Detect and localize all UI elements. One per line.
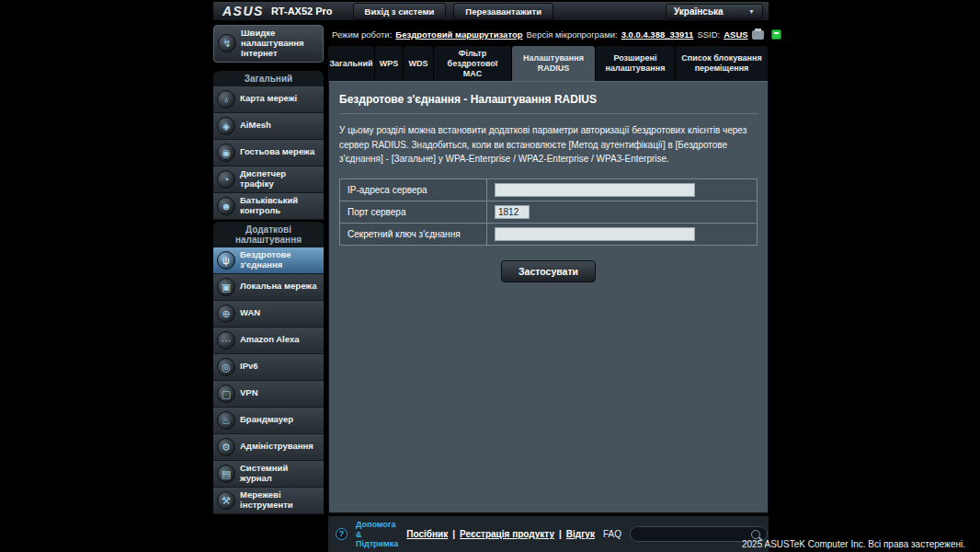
status-info-bar: Режим роботи: Бездротовий маршрутизатор … [328, 25, 769, 46]
server-port-input[interactable] [495, 205, 530, 219]
parental-controls-icon: ☻ [217, 197, 235, 215]
wan-icon: ⊕ [217, 305, 235, 323]
lan-icon: ▣ [217, 278, 235, 296]
sidebar-item-wan[interactable]: ⊕ WAN [213, 301, 324, 328]
tab-wireless-mac-filter[interactable]: Фільтр бездротової MAC [434, 46, 511, 81]
table-row: IP-адреса сервера [340, 179, 757, 201]
status-icons [752, 29, 781, 40]
connection-secret-label: Секретний ключ з'єднання [340, 224, 487, 245]
operation-mode-link[interactable]: Бездротовий маршрутизатор [395, 29, 522, 40]
tab-wds[interactable]: WDS [404, 46, 433, 81]
main-column: Режим роботи: Бездротовий маршрутизатор … [328, 25, 769, 552]
language-select[interactable]: Українська ▼ [666, 4, 763, 19]
faq-label: FAQ [603, 529, 621, 539]
table-row: Секретний ключ з'єднання [340, 224, 757, 245]
sidebar-item-label: Системний журнал [240, 464, 320, 484]
network-map-icon: ♁ [217, 90, 235, 109]
tab-professional-settings[interactable]: Розширені налаштування [596, 46, 675, 81]
server-ip-label: IP-адреса сервера [340, 179, 487, 201]
connection-secret-input[interactable] [495, 227, 695, 241]
chevron-down-icon: ▼ [748, 8, 755, 15]
firewall-icon: ♨ [217, 411, 235, 430]
printer-icon[interactable] [752, 30, 764, 40]
sidebar-item-label: AiMesh [240, 121, 271, 131]
sidebar-item-network-tools[interactable]: ⚒ Мережеві інструменти [213, 488, 324, 514]
faq-search-input[interactable] [634, 530, 751, 539]
sidebar: ↯ Швидке налаштування Інтернет Загальний… [213, 25, 324, 514]
quick-internet-setup-icon: ↯ [218, 34, 236, 52]
sidebar-item-vpn[interactable]: ▢ VPN [213, 381, 324, 408]
sidebar-item-lan[interactable]: ▣ Локальна мережа [213, 274, 324, 301]
apply-button[interactable]: Застосувати [501, 260, 596, 282]
sidebar-item-label: WAN [240, 308, 260, 318]
network-tools-icon: ⚒ [217, 491, 235, 510]
logout-button[interactable]: Вихід з системи [353, 3, 447, 20]
feedback-link[interactable]: Відгук [566, 529, 595, 539]
sidebar-item-guest-network[interactable]: ◉ Гостьова мережа [213, 140, 324, 167]
tab-radius-settings[interactable]: Налаштування RADIUS [512, 46, 595, 81]
sidebar-item-label: Швидке налаштування Інтернет [241, 29, 319, 59]
sidebar-item-system-log[interactable]: ▤ Системний журнал [213, 461, 324, 488]
wireless-icon: ψ [217, 251, 235, 270]
radius-form-table: IP-адреса сервера Порт сервера Секретний… [339, 178, 758, 246]
sidebar-item-label: Диспетчер трафіку [240, 169, 320, 190]
sidebar-item-label: IPv6 [240, 362, 258, 372]
sidebar-item-label: Amazon Alexa [240, 335, 300, 345]
product-registration-link[interactable]: Реєстрація продукту [460, 529, 554, 539]
sidebar-item-label: Карта мережі [240, 94, 297, 104]
aimesh-icon: ◈ [217, 117, 235, 135]
sidebar-item-quick-internet-setup[interactable]: ↯ Швидке налаштування Інтернет [213, 25, 324, 63]
search-icon[interactable] [751, 530, 760, 539]
sidebar-item-administration[interactable]: ⚙ Адміністрування [213, 434, 324, 461]
top-bar: ASUS RT-AX52 Pro Вихід з системи Перезав… [213, 2, 769, 21]
sidebar-item-amazon-alexa[interactable]: ⋯ Amazon Alexa [213, 328, 324, 354]
amazon-alexa-icon: ⋯ [217, 331, 235, 350]
sidebar-section-general: Загальний [213, 71, 324, 86]
reboot-button[interactable]: Перезавантажити [453, 3, 553, 20]
lan-status-icon[interactable] [771, 29, 781, 40]
administration-icon: ⚙ [217, 438, 235, 456]
footer-bar: ? Допомога & Підтримка Посібник | Реєстр… [328, 516, 769, 552]
footer-links: Посібник | Реєстрація продукту | Відгук [406, 529, 595, 539]
help-icon: ? [336, 528, 348, 540]
router-admin-app: ASUS RT-AX52 Pro Вихід з системи Перезав… [213, 2, 769, 552]
sidebar-item-label: Батьківський контроль [240, 196, 320, 216]
link-separator: | [559, 529, 562, 539]
traffic-manager-icon: ◔ [217, 170, 235, 189]
help-support-link[interactable]: Допомога & Підтримка [356, 520, 398, 548]
link-separator: | [452, 529, 455, 539]
page-description: У цьому розділі можна встановити додатко… [339, 123, 758, 167]
manual-link[interactable]: Посібник [406, 529, 448, 539]
firmware-version-link[interactable]: 3.0.0.4.388_33911 [621, 29, 694, 40]
sidebar-item-label: VPN [240, 388, 258, 398]
router-model: RT-AX52 Pro [271, 6, 333, 17]
sidebar-item-parental-controls[interactable]: ☻ Батьківський контроль [213, 193, 324, 220]
sidebar-item-label: Локальна мережа [240, 282, 316, 292]
sidebar-item-label: Брандмауер [240, 415, 293, 425]
page-title: Бездротове з'єднання - Налаштування RADI… [339, 91, 758, 114]
language-select-value: Українська [674, 6, 724, 17]
radius-settings-panel: Бездротове з'єднання - Налаштування RADI… [328, 81, 769, 513]
sidebar-item-ipv6[interactable]: ◎ IPv6 [213, 354, 324, 381]
sidebar-item-firewall[interactable]: ♨ Брандмауер [213, 408, 324, 434]
sidebar-item-label: Адміністрування [240, 442, 313, 452]
system-log-icon: ▤ [217, 465, 235, 483]
sidebar-item-label: Бездротове з'єднання [240, 250, 320, 270]
ssid-label: SSID: [697, 29, 720, 40]
sidebar-section-advanced: Додаткові налаштування [213, 222, 324, 247]
tab-wps[interactable]: WPS [375, 46, 403, 81]
ssid-link[interactable]: ASUS [724, 29, 747, 40]
copyright-text: 2025 ASUSTeK Computer Inc. Всі права зас… [742, 539, 965, 549]
sidebar-item-aimesh[interactable]: ◈ AiMesh [213, 113, 324, 140]
table-row: Порт сервера [340, 201, 757, 224]
sidebar-item-traffic-manager[interactable]: ◔ Диспетчер трафіку [213, 167, 324, 193]
vpn-icon: ▢ [217, 385, 235, 403]
operation-mode-label: Режим роботи: [332, 29, 392, 40]
sidebar-item-wireless[interactable]: ψ Бездротове з'єднання [213, 247, 324, 274]
sidebar-item-network-map[interactable]: ♁ Карта мережі [213, 86, 324, 113]
sidebar-item-label: Мережеві інструменти [240, 490, 320, 511]
tab-general[interactable]: Загальний [328, 46, 374, 81]
sidebar-item-label: Гостьова мережа [240, 147, 314, 157]
tab-roaming-block-list[interactable]: Список блокування переміщення [676, 46, 768, 81]
server-ip-input[interactable] [495, 183, 695, 197]
